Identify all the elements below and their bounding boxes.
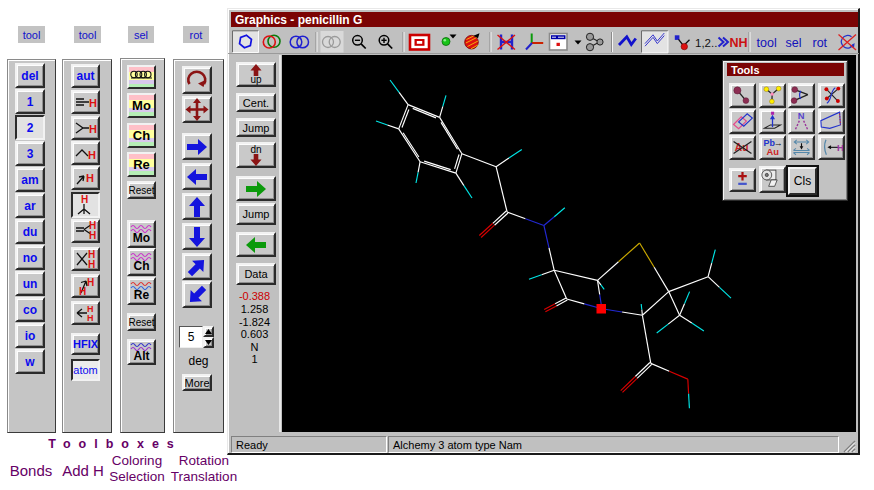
svg-text:NH: NH [730, 36, 748, 50]
svg-text:tool: tool [757, 36, 777, 50]
svg-text:H: H [87, 313, 94, 323]
svg-text:H: H [89, 122, 97, 134]
svg-text:→: → [773, 137, 782, 147]
svg-text:H: H [89, 96, 97, 108]
svg-text:Au: Au [766, 147, 779, 157]
svg-text:H: H [88, 149, 96, 161]
svg-text:1,2..: 1,2.. [695, 37, 717, 49]
svg-text:H: H [88, 259, 95, 269]
svg-text:rot: rot [813, 36, 828, 50]
svg-text:H: H [87, 277, 94, 288]
svg-text:H: H [837, 142, 843, 152]
svg-text:H: H [81, 195, 88, 205]
svg-text:H: H [89, 230, 96, 241]
svg-text:H: H [86, 172, 94, 184]
svg-text:N: N [798, 111, 805, 121]
svg-text:sel: sel [786, 36, 802, 50]
svg-text:H: H [79, 286, 86, 296]
